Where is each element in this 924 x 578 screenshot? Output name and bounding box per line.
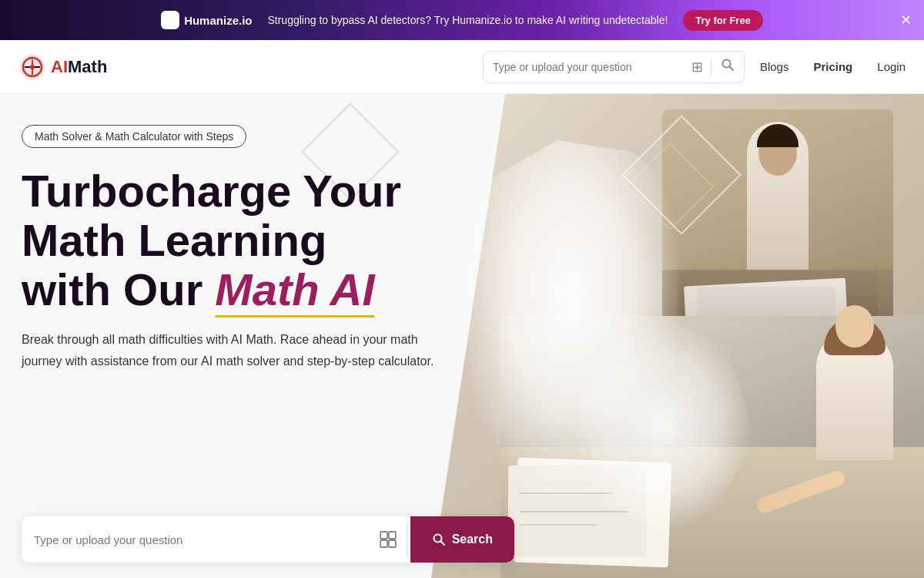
- hero-search-btn-icon: [432, 533, 446, 546]
- hero-title-line2: Math Learning: [22, 215, 326, 265]
- logo-ai-part: AI: [51, 57, 68, 76]
- humanize-logo: H Humanize.io: [161, 11, 252, 29]
- hero-search-button[interactable]: Search: [410, 516, 514, 563]
- login-button[interactable]: Login: [877, 60, 906, 73]
- promo-banner: H Humanize.io Struggling to bypass AI de…: [0, 0, 924, 40]
- hero-badge: Math Solver & Math Calculator with Steps: [22, 125, 246, 148]
- hero-title: Turbocharge Your Math Learning with Our …: [22, 166, 517, 314]
- svg-point-4: [30, 65, 35, 69]
- try-for-free-button[interactable]: Try for Free: [683, 10, 763, 31]
- hero-section: Math Solver & Math Calculator with Steps…: [0, 94, 924, 578]
- humanize-logo-icon: H: [161, 11, 179, 29]
- nav-search-icon[interactable]: [711, 58, 744, 76]
- hero-search-btn-label: Search: [452, 533, 493, 546]
- humanize-logo-text: Humanize.io: [184, 14, 252, 27]
- svg-line-12: [440, 542, 444, 546]
- svg-line-6: [729, 67, 733, 71]
- navbar: AIMath ⊞ Blogs Pricing Login: [0, 40, 924, 94]
- hero-search-container: Search: [0, 516, 924, 563]
- nav-search-input[interactable]: [484, 61, 684, 73]
- logo-svg-icon: [18, 53, 46, 81]
- hero-upload-icon[interactable]: [370, 521, 407, 558]
- hero-title-line3-prefix: with Our: [22, 264, 215, 314]
- nav-search-bar: ⊞: [483, 51, 745, 83]
- hero-search-bar: Search: [22, 516, 514, 563]
- hero-description: Break through all math difficulties with…: [22, 329, 453, 371]
- nav-pricing-link[interactable]: Pricing: [813, 60, 852, 73]
- svg-rect-9: [380, 540, 387, 547]
- hero-search-input[interactable]: [22, 533, 370, 546]
- banner-message: Struggling to bypass AI detectors? Try H…: [267, 14, 668, 26]
- banner-close-button[interactable]: ✕: [900, 12, 912, 29]
- hero-content: Math Solver & Math Calculator with Steps…: [0, 94, 539, 371]
- svg-rect-8: [389, 532, 396, 539]
- nav-blogs-link[interactable]: Blogs: [760, 60, 789, 73]
- svg-rect-7: [380, 532, 387, 539]
- nav-links: Blogs Pricing Login: [760, 60, 906, 73]
- logo-text: AIMath: [51, 57, 107, 77]
- nav-upload-icon[interactable]: ⊞: [684, 59, 711, 76]
- logo-link[interactable]: AIMath: [18, 53, 107, 81]
- svg-rect-10: [389, 540, 396, 547]
- hero-title-highlight: Math AI: [215, 264, 374, 314]
